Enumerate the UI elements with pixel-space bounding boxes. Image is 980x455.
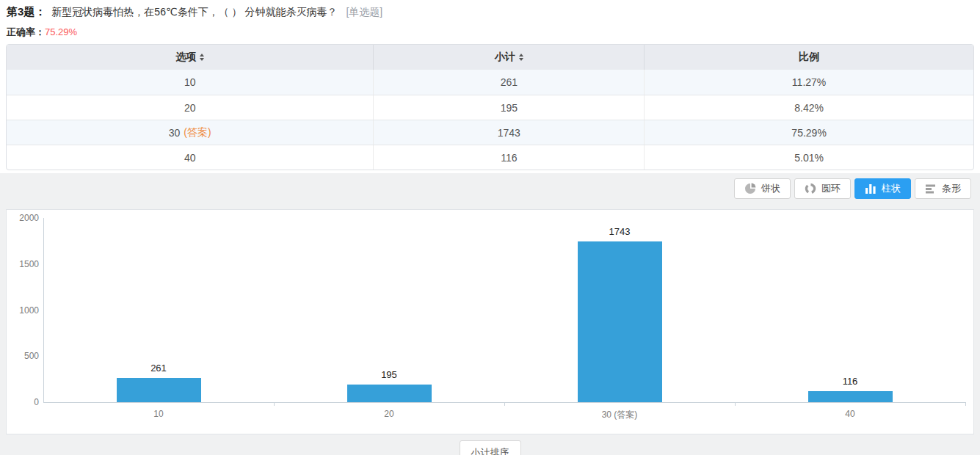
x-axis-tick	[965, 402, 966, 406]
x-axis-category-label: 40	[791, 409, 909, 419]
question-title-line: 第3题：新型冠状病毒怕热，在56℃条件下，（ ） 分钟就能杀灭病毒？[单选题]	[0, 0, 980, 19]
y-axis-tick-label: 0	[11, 397, 39, 407]
chart-footer: 小计排序	[0, 440, 980, 455]
column-header-count[interactable]: 小计	[374, 45, 645, 70]
question-number: 第3题：	[7, 5, 46, 18]
column-header-ratio: 比例	[645, 45, 973, 70]
count-cell: 195	[374, 95, 645, 120]
count-cell: 1743	[374, 120, 645, 145]
sort-icon[interactable]	[519, 54, 523, 61]
accuracy-line: 正确率：75.29%	[0, 19, 980, 39]
option-cell: 40	[7, 145, 374, 170]
x-axis-tick	[735, 402, 736, 406]
count-cell: 261	[374, 70, 645, 95]
subtotal-sort-button[interactable]: 小计排序	[460, 440, 521, 455]
count-cell: 116	[374, 145, 645, 170]
horizontal-bar-icon	[925, 183, 937, 194]
x-axis-category-label: 30 (答案)	[561, 409, 678, 421]
x-axis-category-label: 10	[100, 409, 217, 419]
sort-icon[interactable]	[200, 54, 204, 61]
table-row: 30(答案)174375.29%	[7, 120, 973, 145]
accuracy-label: 正确率：	[7, 26, 45, 37]
option-cell: 20	[7, 95, 374, 120]
chart-type-button-圆环[interactable]: 圆环	[794, 178, 851, 199]
bar-value-label: 1743	[576, 226, 664, 237]
bar-value-label: 195	[345, 369, 433, 380]
bar	[347, 385, 432, 402]
x-axis-tick	[274, 402, 275, 406]
x-axis-tick	[504, 402, 505, 406]
bar-chart: 05001000150020002611019520174330 (答案)116…	[6, 209, 974, 434]
chart-type-toolbar: 饼状圆环柱状条形	[0, 173, 980, 199]
x-axis-category-label: 20	[330, 409, 448, 419]
option-cell: 30(答案)	[7, 120, 374, 145]
results-table-header: 选项 小计 比例	[7, 45, 973, 70]
chart-type-label: 饼状	[761, 182, 780, 195]
y-axis-tick-label: 1000	[11, 305, 39, 316]
question-summary-section: 第3题：新型冠状病毒怕热，在56℃条件下，（ ） 分钟就能杀灭病毒？[单选题] …	[0, 0, 980, 173]
column-icon	[865, 183, 876, 194]
table-row: 201958.42%	[7, 95, 973, 120]
chart-type-button-条形[interactable]: 条形	[915, 178, 971, 199]
y-axis-line	[43, 218, 44, 402]
bar	[578, 241, 662, 402]
y-axis-tick-label: 2000	[11, 213, 39, 223]
question-type-tag: [单选题]	[346, 6, 382, 18]
ratio-cell: 11.27%	[645, 70, 973, 95]
column-header-ratio-label: 比例	[799, 51, 819, 64]
chart-type-label: 条形	[942, 182, 961, 195]
ratio-cell: 75.29%	[645, 120, 973, 145]
bar-value-label: 261	[115, 363, 203, 374]
results-table: 选项 小计 比例 1026111.27%201958.42%30(答案)1743…	[6, 44, 974, 170]
chart-type-button-柱状[interactable]: 柱状	[854, 178, 911, 199]
chart-type-label: 柱状	[882, 182, 901, 195]
table-row: 1026111.27%	[7, 70, 973, 95]
results-table-body: 1026111.27%201958.42%30(答案)174375.29%401…	[7, 70, 973, 170]
bar-value-label: 116	[806, 376, 894, 387]
chart-type-button-饼状[interactable]: 饼状	[734, 178, 791, 199]
ratio-cell: 8.42%	[645, 95, 973, 120]
column-header-count-label: 小计	[495, 51, 515, 64]
y-axis-tick-label: 500	[11, 351, 39, 361]
column-header-option-label: 选项	[175, 51, 196, 64]
bar	[117, 378, 201, 402]
pie-icon	[744, 183, 756, 194]
donut-icon	[805, 183, 816, 194]
y-axis-tick-label: 1500	[11, 259, 39, 269]
answer-tag: (答案)	[184, 126, 211, 139]
column-header-option[interactable]: 选项	[7, 45, 374, 70]
option-cell: 10	[7, 70, 374, 95]
bar	[808, 391, 893, 402]
accuracy-value: 75.29%	[45, 26, 77, 37]
question-text: 新型冠状病毒怕热，在56℃条件下，（ ） 分钟就能杀灭病毒？	[51, 6, 337, 18]
table-row: 401165.01%	[7, 145, 973, 170]
chart-type-label: 圆环	[821, 182, 841, 195]
chart-section: 饼状圆环柱状条形 0500100015002000261101952017433…	[0, 173, 980, 455]
ratio-cell: 5.01%	[645, 145, 973, 170]
